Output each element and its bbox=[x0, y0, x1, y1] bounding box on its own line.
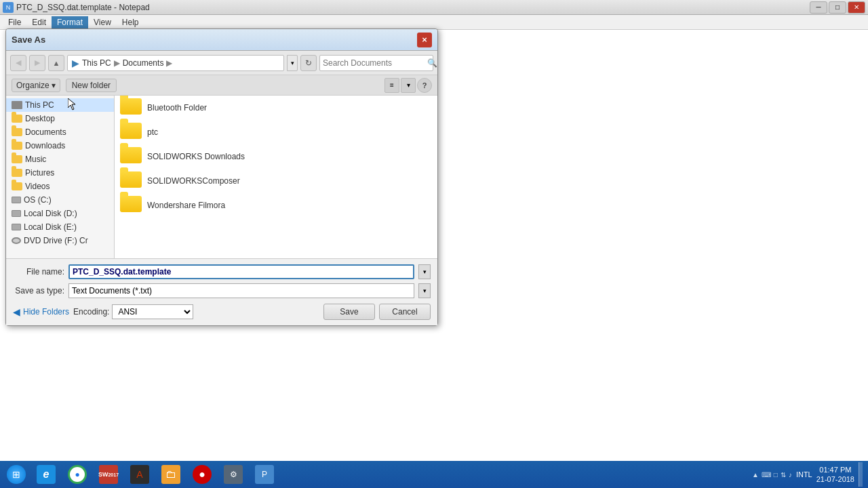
savetype-row: Save as type: Text Documents (*.txt) ▾ bbox=[13, 283, 431, 298]
dialog-actions: ◀ Hide Folders Encoding: ANSI Save Cance… bbox=[13, 304, 431, 320]
path-chevron2: ▶ bbox=[166, 58, 172, 68]
file-name-2: SOLIDWORKS Downloads bbox=[147, 152, 245, 161]
sidebar-item-this-pc[interactable]: This PC bbox=[6, 98, 114, 112]
file-item-3[interactable]: SOLIDWORKSComposer bbox=[115, 169, 437, 193]
dialog-titlebar: Save As × bbox=[6, 29, 437, 51]
sidebar-item-local-disk--d--[interactable]: Local Disk (D:) bbox=[6, 207, 114, 220]
file-name-3: SOLIDWORKSComposer bbox=[147, 176, 240, 186]
sidebar-item-music[interactable]: Music bbox=[6, 152, 114, 166]
new-folder-button[interactable]: New folder bbox=[66, 79, 117, 92]
up-button[interactable]: ▲ bbox=[48, 55, 64, 71]
savetype-display: Text Documents (*.txt) bbox=[68, 283, 414, 298]
forward-button[interactable]: ▶ bbox=[29, 55, 45, 71]
sidebar-item-pictures[interactable]: Pictures bbox=[6, 166, 114, 180]
filename-label: File name: bbox=[13, 267, 64, 277]
nav-toolbar: ◀ ▶ ▲ ▶ This PC ▶ Documents ▶ ▾ ↻ 🔍 bbox=[6, 51, 437, 75]
file-name-0: Bluetooth Folder bbox=[147, 103, 207, 113]
path-thispc[interactable]: This PC bbox=[82, 58, 111, 68]
dialog-sidebar: This PCDesktopDocumentsDownloadsMusicPic… bbox=[6, 96, 115, 258]
file-item-2[interactable]: SOLIDWORKS Downloads bbox=[115, 144, 437, 169]
dialog-main: This PCDesktopDocumentsDownloadsMusicPic… bbox=[6, 96, 437, 258]
file-item-1[interactable]: ptc bbox=[115, 120, 437, 144]
hide-folders-label: Hide Folders bbox=[23, 307, 69, 317]
organize-label: Organize bbox=[16, 81, 50, 90]
file-item-0[interactable]: Bluetooth Folder bbox=[115, 96, 437, 120]
folder-icon-2 bbox=[120, 147, 142, 166]
sidebar-item-downloads[interactable]: Downloads bbox=[6, 139, 114, 152]
dialog-title: Save As bbox=[12, 35, 45, 45]
path-chevron: ▶ bbox=[114, 58, 120, 68]
search-icon: 🔍 bbox=[427, 58, 437, 68]
path-documents[interactable]: Documents bbox=[123, 58, 164, 68]
folder-icon-1 bbox=[120, 123, 142, 142]
search-input[interactable] bbox=[323, 58, 425, 68]
cancel-button[interactable]: Cancel bbox=[379, 304, 431, 320]
file-name-4: Wondershare Filmora bbox=[147, 201, 225, 210]
dialog-close-button[interactable]: × bbox=[417, 33, 432, 47]
dialog-overlay: Save As × ◀ ▶ ▲ ▶ This PC ▶ Documents ▶ … bbox=[0, 0, 868, 488]
path-dropdown-button[interactable]: ▾ bbox=[287, 55, 298, 71]
sidebar-item-local-disk--e--[interactable]: Local Disk (E:) bbox=[6, 220, 114, 234]
filename-dropdown-button[interactable]: ▾ bbox=[418, 264, 431, 279]
folder-icon-4 bbox=[120, 196, 142, 215]
path-separator-icon: ▶ bbox=[72, 58, 79, 68]
encoding-label: Encoding: bbox=[73, 307, 109, 317]
hide-folders-button[interactable]: ◀ Hide Folders bbox=[13, 305, 69, 319]
sidebar-item-videos[interactable]: Videos bbox=[6, 180, 114, 193]
file-name-1: ptc bbox=[147, 127, 158, 137]
organize-toolbar: Organize ▾ New folder ≡ ▾ ? bbox=[6, 75, 437, 96]
sidebar-item-dvd-drive--f---cr[interactable]: DVD Drive (F:) Cr bbox=[6, 234, 114, 247]
save-as-dialog: Save As × ◀ ▶ ▲ ▶ This PC ▶ Documents ▶ … bbox=[5, 28, 438, 326]
encoding-select[interactable]: ANSI bbox=[112, 304, 193, 319]
organize-button[interactable]: Organize ▾ bbox=[12, 79, 60, 92]
refresh-button[interactable]: ↻ bbox=[300, 55, 317, 71]
save-button[interactable]: Save bbox=[323, 304, 375, 320]
encoding-section: Encoding: ANSI bbox=[73, 304, 193, 319]
savetype-dropdown-button[interactable]: ▾ bbox=[418, 283, 431, 298]
sidebar-item-documents[interactable]: Documents bbox=[6, 125, 114, 139]
sidebar-item-os--c--[interactable]: OS (C:) bbox=[6, 193, 114, 207]
sidebar-item-desktop[interactable]: Desktop bbox=[6, 112, 114, 125]
path-bar: ▶ This PC ▶ Documents ▶ bbox=[67, 55, 284, 71]
hide-folders-arrow-icon: ◀ bbox=[13, 306, 20, 317]
folder-icon-3 bbox=[120, 171, 142, 190]
view-toggle-button[interactable]: ≡ bbox=[384, 78, 399, 93]
back-button[interactable]: ◀ bbox=[10, 55, 26, 71]
filename-input[interactable] bbox=[68, 264, 414, 279]
filename-row: File name: ▾ bbox=[13, 264, 431, 279]
savetype-label: Save as type: bbox=[13, 286, 64, 296]
search-bar: 🔍 bbox=[319, 55, 433, 71]
dialog-bottom: File name: ▾ Save as type: Text Document… bbox=[6, 258, 437, 325]
dialog-files: Bluetooth Folder ptc SOLIDWORKS Download… bbox=[115, 96, 437, 258]
view-dropdown-button[interactable]: ▾ bbox=[401, 78, 416, 93]
help-button[interactable]: ? bbox=[417, 78, 432, 93]
organize-arrow-icon: ▾ bbox=[52, 81, 56, 90]
view-buttons: ≡ ▾ ? bbox=[384, 78, 432, 93]
file-item-4[interactable]: Wondershare Filmora bbox=[115, 193, 437, 218]
folder-icon-0 bbox=[120, 98, 142, 117]
